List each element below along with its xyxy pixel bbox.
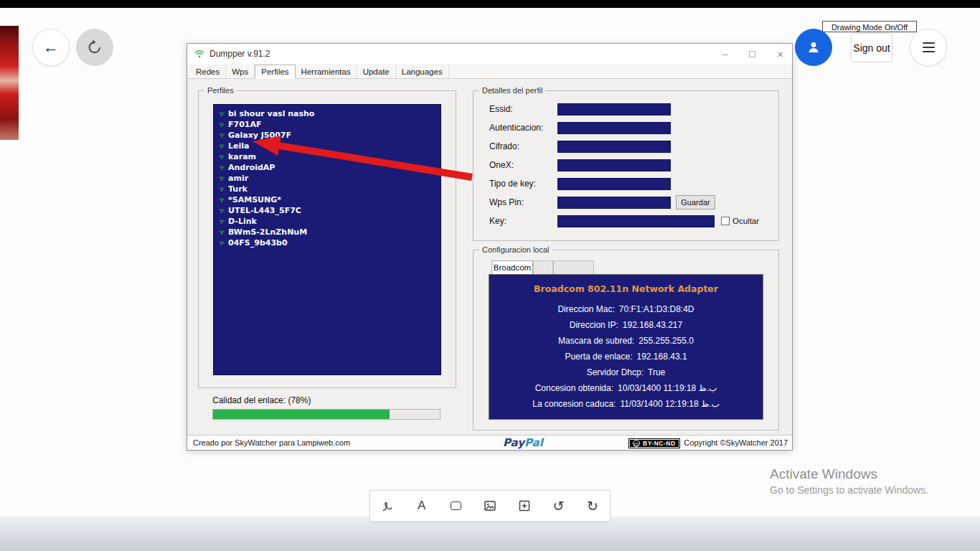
- redo-button[interactable]: ↻: [580, 494, 605, 518]
- tipo-de-key-input[interactable]: [557, 178, 671, 190]
- wifi-signal-icon: [218, 207, 225, 214]
- minimize-button[interactable]: –: [722, 50, 727, 59]
- back-button[interactable]: ←: [32, 29, 70, 66]
- profile-item[interactable]: AndroidAP: [214, 162, 440, 173]
- person-icon: [806, 39, 821, 55]
- tab-perfiles[interactable]: Perfiles: [255, 65, 295, 79]
- adapter-info-value: 10/03/1400 11:19:18 ب.ظ: [618, 383, 717, 393]
- cifrado-input[interactable]: [557, 141, 671, 153]
- activate-windows-watermark: Activate Windows Go to Settings to activ…: [770, 466, 928, 496]
- config-legend: Configuracion local: [479, 245, 552, 254]
- maximize-button[interactable]: [749, 51, 755, 57]
- onex-label: OneX:: [489, 160, 514, 170]
- shape-tool-button[interactable]: [443, 494, 468, 518]
- insert-tool-button[interactable]: [512, 494, 537, 518]
- tab-wps[interactable]: Wps: [226, 65, 255, 78]
- drawing-mode-tooltip: Drawing Mode On/Off: [822, 21, 917, 32]
- adapter-info-label: Concesion obtenida:: [535, 383, 613, 393]
- adapter-info-row: Puerta de enlace: 192.168.43.1: [489, 349, 763, 364]
- autenticacion-input[interactable]: [557, 122, 671, 134]
- tab-update[interactable]: Update: [357, 65, 396, 78]
- cc-license-badge: cc BY-NC-ND: [628, 438, 680, 448]
- window-titlebar[interactable]: Dumpper v.91.2 – ×: [187, 44, 792, 64]
- link-quality-bar: [212, 409, 440, 420]
- essid-row: Essid:: [473, 103, 778, 116]
- profile-name: BWmS-2LnZhNuM: [228, 227, 307, 237]
- profile-item[interactable]: D-Link: [214, 216, 440, 227]
- wps-pin-label: Wps Pin:: [489, 197, 524, 207]
- adapter-tab-stub[interactable]: [553, 260, 594, 274]
- wifi-signal-icon: [218, 164, 225, 171]
- undo-icon: ↺: [552, 499, 564, 513]
- profile-item[interactable]: Leila: [214, 141, 440, 151]
- tab-languages[interactable]: Languages: [396, 65, 449, 78]
- back-arrow-icon: ←: [43, 39, 59, 55]
- profile-list[interactable]: bi shour vasl nasho F701AF: [213, 104, 441, 375]
- adapter-info-row: La concesion caduca: 11/03/1400 12:19:18…: [489, 396, 763, 412]
- tipo-de-key-row: Tipo de key:: [473, 178, 778, 190]
- ocultar-checkbox[interactable]: [721, 217, 730, 225]
- pen-icon: [380, 499, 395, 513]
- undo-button[interactable]: ↺: [546, 494, 570, 518]
- detalles-legend: Detalles del perfil: [479, 86, 545, 95]
- cc-icon: cc: [633, 440, 640, 447]
- pen-tool-button[interactable]: [375, 494, 400, 518]
- key-row: Key: Ocultar: [473, 215, 778, 227]
- profile-annotate-button[interactable]: [795, 29, 832, 66]
- adapter-title: Broadcom 802.11n Network Adapter: [489, 283, 763, 294]
- refresh-button[interactable]: [76, 29, 113, 66]
- profile-item[interactable]: Galaxy J5007F: [214, 130, 440, 141]
- image-tool-button[interactable]: [478, 494, 502, 518]
- tab-herramientas[interactable]: Herramientas: [296, 65, 357, 78]
- adapter-info-label: Direccion IP:: [570, 320, 618, 330]
- refresh-icon: [86, 39, 103, 56]
- window-statusbar: Creado por SkyWatcher para Lampiweb.com …: [187, 435, 792, 450]
- profile-item[interactable]: *SAMSUNG*: [214, 194, 440, 205]
- adapter-info-label: Direccion Mac:: [557, 304, 614, 314]
- profile-name: Galaxy J5007F: [228, 131, 291, 140]
- detalles-groupbox: Detalles del perfil Essid: Autenticacion…: [473, 90, 779, 241]
- redo-icon: ↻: [587, 499, 598, 513]
- onex-row: OneX:: [473, 159, 778, 171]
- tab-redes[interactable]: Redes: [190, 65, 226, 78]
- wifi-signal-icon: [218, 132, 225, 138]
- adapter-info-value: 192.168.43.217: [623, 320, 682, 330]
- guardar-button[interactable]: Guardar: [676, 195, 715, 209]
- profile-item[interactable]: amir: [214, 173, 440, 184]
- profile-name: Turk: [228, 184, 248, 194]
- wifi-signal-icon: [218, 240, 225, 246]
- adapter-info-label: Puerta de enlace:: [565, 352, 632, 362]
- text-tool-icon: A: [418, 499, 425, 513]
- key-input[interactable]: [557, 215, 715, 227]
- profile-name: *SAMSUNG*: [228, 195, 281, 204]
- adapter-info-value: 255.255.255.0: [639, 336, 694, 346]
- profile-item[interactable]: BWmS-2LnZhNuM: [214, 227, 440, 237]
- autenticacion-row: Autenticacion:: [473, 122, 778, 134]
- essid-input[interactable]: [557, 103, 671, 116]
- text-tool-button[interactable]: A: [410, 494, 434, 518]
- wifi-signal-icon: [218, 154, 225, 160]
- link-quality-fill: [213, 410, 390, 419]
- tab-bar: Redes Wps Perfiles Herramientas Update L…: [187, 64, 792, 79]
- profile-item[interactable]: 04FS_9b43b0: [214, 237, 440, 248]
- close-button[interactable]: ×: [777, 49, 783, 60]
- wifi-signal-icon: [218, 186, 225, 192]
- adapter-info-row: Direccion IP: 192.168.43.217: [489, 317, 763, 333]
- profile-item[interactable]: Turk: [214, 184, 440, 194]
- wps-pin-input[interactable]: [557, 197, 671, 209]
- window-controls: – ×: [722, 44, 783, 64]
- essid-label: Essid:: [489, 104, 513, 114]
- adapter-info-row: Direccion Mac: 70:F1:A1:D3:D8:4D: [489, 301, 763, 317]
- profile-item[interactable]: bi shour vasl nasho: [214, 108, 440, 119]
- onex-input[interactable]: [557, 159, 671, 171]
- activate-windows-subtitle: Go to Settings to activate Windows.: [770, 484, 928, 496]
- copyright-text: Copyright ©SkyWatcher 2017: [684, 438, 788, 447]
- sign-out-button[interactable]: Sign out: [851, 33, 892, 62]
- profile-item[interactable]: UTEL-L443_5F7C: [214, 205, 440, 216]
- profile-item[interactable]: karam: [214, 151, 440, 162]
- adapter-info-row: Servidor Dhcp: True: [489, 364, 763, 380]
- menu-button[interactable]: [910, 29, 947, 66]
- adapter-tab-stub[interactable]: [533, 260, 553, 274]
- profile-item[interactable]: F701AF: [214, 119, 440, 130]
- tab-broadcom[interactable]: Broadcom: [491, 260, 533, 274]
